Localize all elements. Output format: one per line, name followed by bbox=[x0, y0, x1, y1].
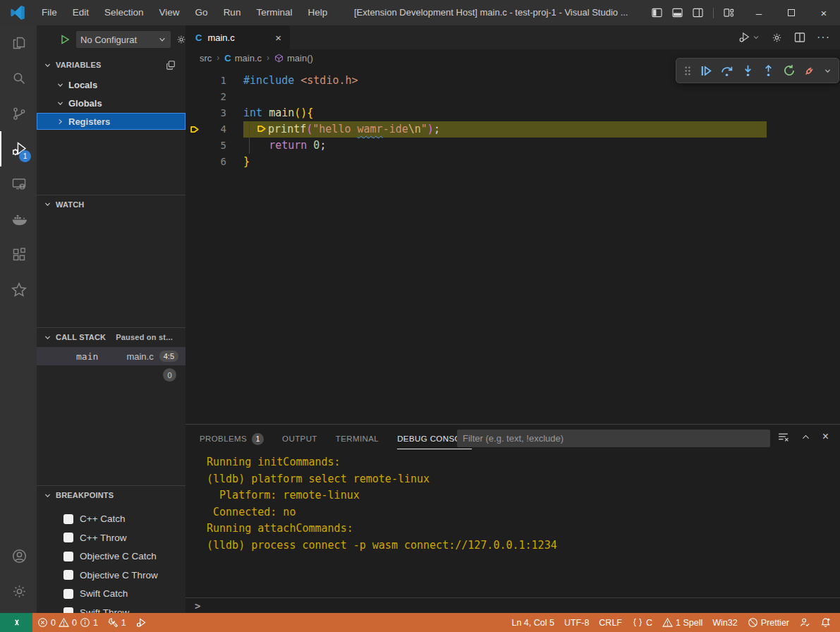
step-over-icon[interactable] bbox=[720, 64, 734, 78]
toolbar-grip[interactable] bbox=[683, 66, 692, 76]
maximize-panel-icon[interactable] bbox=[801, 432, 810, 442]
activity-explorer[interactable] bbox=[0, 25, 37, 61]
status-platform[interactable]: Win32 bbox=[707, 613, 742, 632]
checkbox[interactable] bbox=[63, 570, 73, 580]
checkbox[interactable] bbox=[63, 533, 73, 542]
more-actions-icon[interactable]: ··· bbox=[817, 31, 830, 44]
activity-remote-explorer[interactable] bbox=[0, 166, 37, 202]
gutter-glyph-margin[interactable] bbox=[185, 138, 212, 154]
toggle-sidebar-icon[interactable] bbox=[652, 8, 662, 18]
gutter-glyph-margin[interactable] bbox=[185, 89, 212, 105]
status-prettier[interactable]: Prettier bbox=[743, 613, 794, 632]
breakpoints-section-header[interactable]: BREAKPOINTS bbox=[37, 485, 185, 504]
line-number: 6 bbox=[212, 154, 226, 170]
restart-icon[interactable] bbox=[783, 64, 796, 77]
checkbox[interactable] bbox=[63, 589, 73, 599]
checkbox[interactable] bbox=[63, 552, 73, 561]
chevron-down-icon[interactable] bbox=[824, 67, 832, 75]
activity-extensions[interactable] bbox=[0, 237, 37, 272]
code-editor[interactable]: 1#include <stdio.h>23int main(){4 printf… bbox=[185, 73, 840, 424]
warning-icon bbox=[59, 617, 69, 628]
checkbox[interactable] bbox=[63, 607, 73, 613]
menu-go[interactable]: Go bbox=[188, 0, 216, 25]
gutter-glyph-margin[interactable] bbox=[185, 73, 212, 89]
close-button[interactable]: × bbox=[808, 0, 840, 25]
activity-account[interactable] bbox=[0, 538, 37, 573]
debug-console-input[interactable]: > bbox=[185, 597, 840, 613]
toggle-secondary-sidebar-icon[interactable] bbox=[693, 8, 703, 18]
breakpoint-objective-c-throw[interactable]: Objective C Throw bbox=[37, 566, 185, 584]
panel-tab-problems[interactable]: PROBLEMS1 bbox=[200, 428, 264, 449]
status-cursor-position[interactable]: Ln 4, Col 5 bbox=[506, 613, 559, 632]
activity-run-debug[interactable]: 1 bbox=[0, 131, 37, 166]
activity-settings[interactable] bbox=[0, 573, 37, 609]
line-number: 1 bbox=[212, 73, 226, 89]
tab-main-c[interactable]: C main.c × bbox=[185, 25, 290, 49]
status-debug-start[interactable] bbox=[131, 613, 152, 632]
vscode-window: FileEditSelectionViewGoRunTerminalHelp [… bbox=[0, 0, 840, 632]
close-panel-icon[interactable]: × bbox=[822, 430, 829, 443]
breakpoint-swift-throw[interactable]: Swift Throw bbox=[37, 604, 185, 614]
status-eol[interactable]: CRLF bbox=[594, 613, 627, 632]
status-spell-checker[interactable]: 1 Spell bbox=[657, 613, 707, 632]
variable-scope-registers[interactable]: Registers bbox=[37, 113, 185, 130]
activity-wamr-ide[interactable] bbox=[0, 272, 37, 308]
menu-help[interactable]: Help bbox=[300, 0, 335, 25]
split-editor-icon[interactable] bbox=[794, 32, 805, 43]
activity-search[interactable] bbox=[0, 61, 37, 96]
breakpoint-c-catch[interactable]: C++ Catch bbox=[37, 510, 185, 528]
variables-section-header[interactable]: VARIABLES bbox=[37, 56, 185, 73]
open-launch-json-gear-icon[interactable] bbox=[176, 34, 185, 45]
maximize-button[interactable] bbox=[775, 0, 808, 25]
remote-indicator[interactable] bbox=[0, 613, 32, 632]
token: -ide bbox=[383, 123, 408, 135]
panel-tab-output[interactable]: OUTPUT bbox=[282, 428, 317, 449]
variable-scope-locals[interactable]: Locals bbox=[37, 76, 185, 93]
status-notifications[interactable] bbox=[815, 613, 836, 632]
stack-frame-row[interactable]: main main.c 4:5 bbox=[37, 347, 185, 365]
close-tab-icon[interactable]: × bbox=[274, 32, 283, 44]
watch-section-header[interactable]: WATCH bbox=[37, 195, 185, 213]
menu-terminal[interactable]: Terminal bbox=[248, 0, 300, 25]
status-ports[interactable]: 1 bbox=[103, 613, 131, 632]
clear-console-icon[interactable] bbox=[777, 431, 789, 443]
status-problems[interactable]: 001 bbox=[32, 613, 103, 632]
breakpoint-c-throw[interactable]: C++ Throw bbox=[37, 529, 185, 547]
breakpoint-objective-c-catch[interactable]: Objective C Catch bbox=[37, 547, 185, 565]
status-feedback[interactable] bbox=[794, 613, 815, 632]
step-out-icon[interactable] bbox=[762, 64, 775, 78]
status-language-mode[interactable]: C bbox=[627, 613, 657, 632]
settings-gear-icon[interactable] bbox=[771, 32, 783, 44]
customize-layout-icon[interactable] bbox=[724, 8, 734, 18]
menu-run[interactable]: Run bbox=[216, 0, 249, 25]
debug-config-dropdown[interactable]: No Configurat bbox=[76, 31, 171, 48]
status-encoding[interactable]: UTF-8 bbox=[559, 613, 594, 632]
variable-scope-globals[interactable]: Globals bbox=[37, 95, 185, 111]
copy-value-icon[interactable] bbox=[166, 60, 176, 70]
menu-selection[interactable]: Selection bbox=[97, 0, 152, 25]
breadcrumb-main-c[interactable]: Cmain.c bbox=[224, 53, 262, 63]
continue-icon[interactable] bbox=[700, 64, 713, 78]
breadcrumb-src[interactable]: src bbox=[200, 53, 212, 63]
gutter-glyph-margin[interactable] bbox=[185, 105, 212, 121]
breadcrumb-main[interactable]: main() bbox=[274, 53, 313, 63]
checkbox[interactable] bbox=[63, 514, 73, 524]
toggle-panel-icon[interactable] bbox=[672, 8, 683, 18]
activity-docker[interactable] bbox=[0, 202, 37, 237]
step-into-icon[interactable] bbox=[741, 64, 755, 78]
panel-tab-terminal[interactable]: TERMINAL bbox=[336, 428, 379, 449]
breakpoint-swift-catch[interactable]: Swift Catch bbox=[37, 585, 185, 602]
minimize-button[interactable]: – bbox=[743, 0, 775, 25]
menu-view[interactable]: View bbox=[152, 0, 188, 25]
console-filter-input[interactable] bbox=[457, 430, 770, 447]
activity-source-control[interactable] bbox=[0, 96, 37, 131]
start-debug-icon[interactable] bbox=[59, 34, 71, 45]
disconnect-icon[interactable] bbox=[803, 64, 816, 78]
menu-file[interactable]: File bbox=[34, 0, 65, 25]
editor[interactable]: C main.c × ··· src›Cmain.c›main bbox=[185, 25, 840, 424]
run-or-debug-button[interactable] bbox=[738, 31, 760, 44]
menu-edit[interactable]: Edit bbox=[65, 0, 97, 25]
call-stack-section-header[interactable]: CALL STACK Paused on st... bbox=[37, 327, 185, 346]
gutter-glyph-margin[interactable] bbox=[185, 154, 212, 170]
gutter-glyph-margin[interactable] bbox=[185, 121, 212, 138]
